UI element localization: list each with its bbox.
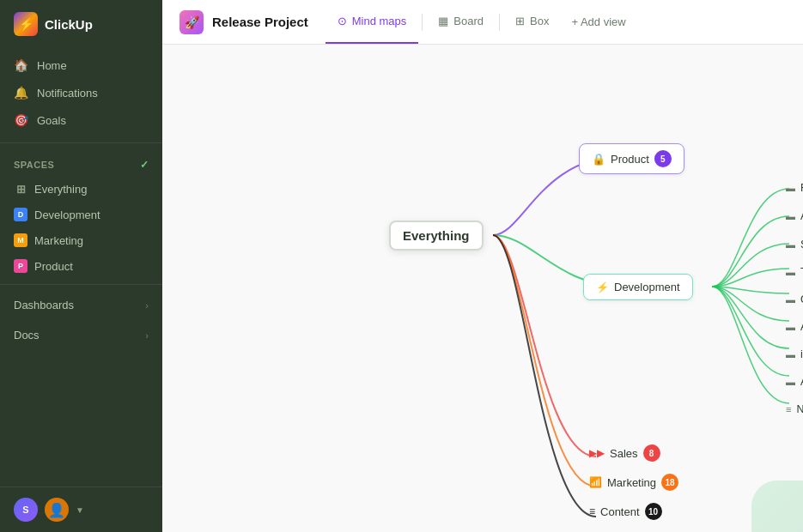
analytics-icon: ▬ [786,322,795,332]
logo-icon: ⚡ [14,12,38,36]
header-tabs: ⊙ Mind maps ▦ Board ⊞ Box + Add view [325,0,636,44]
development-avatar: D [14,208,27,221]
leaf-ios[interactable]: ▬ iOS 1 [786,347,803,362]
product-node-label: Product [611,153,649,166]
sidebar-item-goals[interactable]: 🎯 Goals [0,106,162,134]
sales-label: Sales [610,447,638,460]
development-label: Development [34,209,100,221]
android-icon: ▬ [786,377,795,387]
board-icon: ▦ [438,15,448,27]
user-photo-avatar: 👤 [45,498,69,522]
dashboards-chevron: › [145,300,149,311]
bell-icon: 🔔 [14,86,28,100]
everything-icon: ⊞ [14,182,27,196]
mind-maps-icon: ⊙ [338,15,347,27]
home-icon: 🏠 [14,58,28,72]
sidebar-item-goals-label: Goals [37,114,66,127]
user-menu[interactable]: S 👤 ▼ [0,487,162,532]
tab-box-label: Box [530,15,549,27]
docs-chevron: › [145,330,149,341]
sales-badge: 8 [643,444,660,462]
tab-mind-maps[interactable]: ⊙ Mind maps [325,0,419,44]
goals-icon: 🎯 [14,113,28,127]
sidebar-item-marketing[interactable]: M Marketing [0,227,162,253]
leaf-analytics[interactable]: ▬ Analytics 5 [786,319,803,335]
sidebar-item-notifications-label: Notifications [37,87,98,100]
notes-label: Notes [796,403,803,415]
docs-label: Docs [14,329,40,342]
leaf-android[interactable]: ▬ Android 4 [786,374,803,390]
leaf-notes[interactable]: ≡ Notes 3 [786,402,803,417]
center-node-label: Everything [403,228,470,243]
spaces-label: Spaces [14,160,54,170]
notes-icon: ≡ [786,404,791,414]
product-label: Product [34,260,73,273]
sidebar-item-development[interactable]: D Development [0,202,162,227]
mindmap-area: Everything 🔒 Product 5 ⚡ Development ▬ R… [162,45,803,532]
marketing-avatar: M [14,233,27,247]
tab-board-label: Board [453,15,484,27]
product-avatar: P [14,259,27,273]
sidebar-item-everything[interactable]: ⊞ Everything [0,176,162,202]
content-label: Content [600,505,640,518]
qa-icon: ▬ [786,294,795,305]
leaf-tooling[interactable]: ▬ Tooling 5 [786,264,803,280]
sidebar-item-home[interactable]: 🏠 Home [0,51,162,79]
leaf-roadmap[interactable]: ▬ Roadmap 11 [786,180,803,196]
sidebar-item-docs[interactable]: Docs › [0,320,162,350]
sidebar-divider-1 [0,142,162,143]
sidebar-item-dashboards[interactable]: Dashboards › [0,290,162,320]
user-chevron-icon: ▼ [76,505,84,515]
check-icon: ✓ [140,159,149,171]
roadmap-icon: ▬ [786,183,795,193]
sidebar-item-product[interactable]: P Product [0,253,162,279]
leaf-sprints[interactable]: ▬ Sprints 11 [786,237,803,252]
tooling-icon: ▬ [786,267,795,277]
sidebar-item-home-label: Home [37,59,67,72]
sprints-icon: ▬ [786,239,795,250]
tab-board[interactable]: ▦ Board [426,0,496,44]
marketing-leaf-label: Marketing [607,476,656,489]
sidebar-nav: 🏠 Home 🔔 Notifications 🎯 Goals [0,48,162,137]
app-logo[interactable]: ⚡ ClickUp [0,0,162,48]
content-badge: 10 [645,503,662,520]
spaces-section: Spaces ✓ [0,148,162,176]
mindmap-lines [162,45,803,532]
user-initial-avatar: S [14,498,38,522]
header: 🚀 Release Project ⊙ Mind maps ▦ Board ⊞ … [162,0,803,45]
product-node[interactable]: 🔒 Product 5 [579,143,684,174]
everything-label: Everything [34,183,87,196]
add-view-label: + Add view [571,15,625,28]
leaf-automation[interactable]: ▬ Automation 6 [786,209,803,224]
project-title: Release Project [212,15,308,29]
tab-divider-1 [422,14,423,31]
tab-box[interactable]: ⊞ Box [503,0,561,44]
marketing-leaf-node[interactable]: 📶 Marketing 18 [589,474,678,491]
product-badge: 5 [654,150,672,167]
dashboards-label: Dashboards [14,299,74,311]
leaf-qa[interactable]: ▬ QA 11 [786,292,803,307]
sidebar-item-notifications[interactable]: 🔔 Notifications [0,79,162,106]
content-node[interactable]: ≡ Content 10 [589,503,662,520]
marketing-leaf-badge: 18 [661,474,678,491]
add-view-button[interactable]: + Add view [561,15,636,28]
development-node[interactable]: ⚡ Development [583,274,693,300]
box-icon: ⊞ [515,15,525,27]
tab-mind-maps-label: Mind maps [352,15,407,27]
decorative-circle [751,481,803,532]
tab-divider-2 [499,14,500,31]
sidebar: ⚡ ClickUp 🏠 Home 🔔 Notifications 🎯 Goals… [0,0,162,532]
main-content: 🚀 Release Project ⊙ Mind maps ▦ Board ⊞ … [162,0,803,532]
project-icon: 🚀 [179,10,204,34]
app-name: ClickUp [45,17,93,32]
center-node: Everything [389,221,484,251]
sales-node[interactable]: ▶▶ Sales 8 [589,444,660,462]
marketing-label: Marketing [34,234,83,247]
development-node-label: Development [614,281,680,293]
ios-icon: ▬ [786,349,795,360]
sidebar-divider-2 [0,284,162,285]
automation-icon: ▬ [786,211,795,221]
